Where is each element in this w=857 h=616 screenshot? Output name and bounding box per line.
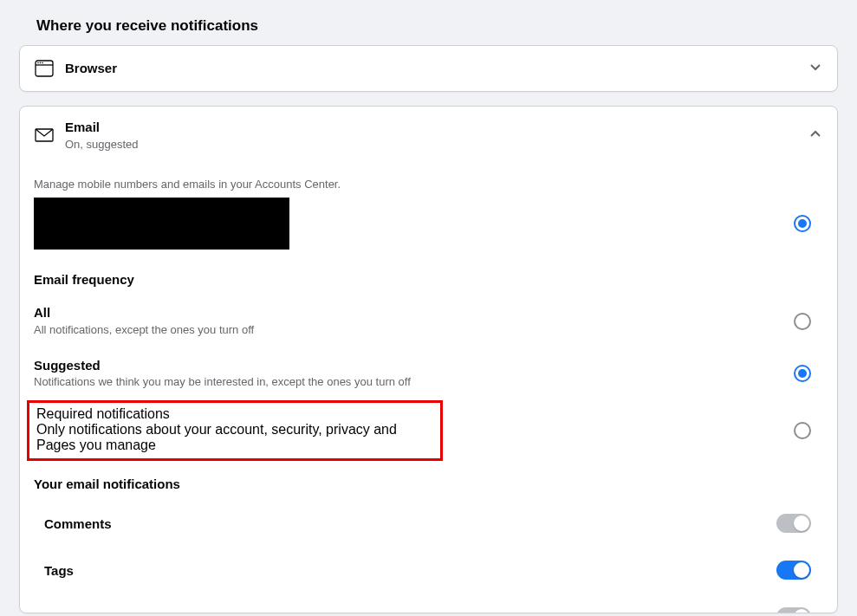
- option-required-radio[interactable]: [794, 422, 811, 439]
- chevron-up-icon: [808, 126, 823, 145]
- required-highlight-box: Required notifications Only notification…: [27, 400, 443, 461]
- toggle-comments[interactable]: [776, 514, 811, 533]
- svg-point-3: [42, 62, 43, 64]
- frequency-heading: Email frequency: [34, 272, 827, 287]
- account-radio[interactable]: [794, 215, 811, 232]
- option-all-desc: All notifications, except the ones you t…: [34, 323, 254, 338]
- option-suggested-radio[interactable]: [794, 365, 811, 382]
- your-notifications-heading: Your email notifications: [34, 477, 827, 491]
- toggle-tags[interactable]: [776, 561, 811, 580]
- toggle-row-reminders[interactable]: Reminders: [34, 593, 827, 613]
- browser-card: Browser: [19, 45, 838, 92]
- browser-icon: [34, 58, 55, 79]
- page-title: Where you receive notifications: [0, 0, 857, 45]
- browser-header[interactable]: Browser: [20, 46, 837, 91]
- redacted-account-info: [34, 198, 289, 250]
- svg-point-1: [37, 62, 39, 64]
- frequency-option-suggested[interactable]: Suggested Notifications we think you may…: [34, 348, 827, 400]
- toggle-row-comments[interactable]: Comments: [34, 500, 827, 547]
- manage-contacts-text: Manage mobile numbers and emails in your…: [34, 178, 827, 191]
- toggle-comments-label: Comments: [34, 516, 112, 531]
- email-subtitle: On, suggested: [65, 138, 808, 152]
- frequency-option-all[interactable]: All All notifications, except the ones y…: [34, 295, 827, 347]
- toggle-reminders-label: Reminders: [34, 610, 112, 613]
- option-suggested-desc: Notifications we think you may be intere…: [34, 375, 411, 390]
- toggle-reminders[interactable]: [776, 607, 811, 613]
- svg-point-2: [40, 62, 42, 64]
- account-row[interactable]: [34, 198, 827, 256]
- chevron-down-icon: [808, 59, 823, 78]
- option-all-radio[interactable]: [794, 313, 811, 330]
- email-card-body[interactable]: Manage mobile numbers and emails in your…: [20, 164, 837, 613]
- toggle-tags-label: Tags: [34, 563, 74, 578]
- option-required-desc: Only notifications about your account, s…: [36, 422, 433, 453]
- frequency-option-required[interactable]: Required notifications Only notification…: [34, 400, 827, 461]
- email-icon: [34, 125, 55, 146]
- toggle-row-tags[interactable]: Tags: [34, 547, 827, 593]
- email-header[interactable]: Email On, suggested: [20, 107, 837, 164]
- email-title: Email: [65, 119, 808, 136]
- browser-title: Browser: [65, 60, 808, 77]
- option-required-title: Required notifications: [36, 406, 433, 422]
- option-all-title: All: [34, 304, 254, 321]
- email-card: Email On, suggested Manage mobile number…: [19, 106, 838, 613]
- option-suggested-title: Suggested: [34, 357, 411, 374]
